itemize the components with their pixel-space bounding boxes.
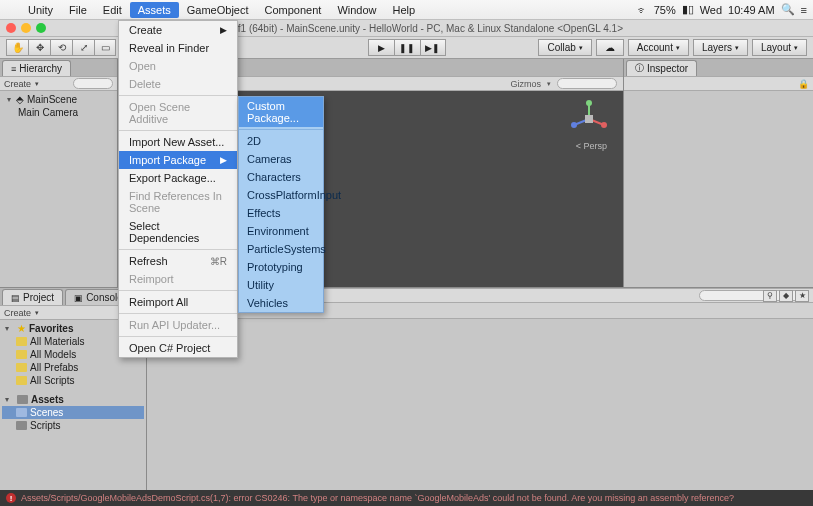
import-package-submenu: Custom Package...2DCamerasCharactersCros… [238,96,324,313]
filter-icon[interactable]: ⚲ [763,290,777,302]
menu-component[interactable]: Component [257,2,330,18]
transform-tools: ✋ ✥ ⟲ ⤢ ▭ [6,39,116,56]
svg-point-4 [601,122,607,128]
zoom-icon[interactable] [36,23,46,33]
menuitem-delete: Delete [119,75,237,93]
rotate-tool[interactable]: ⟲ [50,39,72,56]
inspector-lock-icon[interactable]: 🔒 [798,79,809,89]
move-tool[interactable]: ✥ [28,39,50,56]
menuitem-create[interactable]: Create▶ [119,21,237,39]
hierarchy-item-main-camera[interactable]: Main Camera [2,106,115,119]
hand-tool[interactable]: ✋ [6,39,28,56]
submenuitem-effects[interactable]: Effects [239,204,323,222]
hierarchy-search[interactable] [73,78,113,89]
menuitem-run-api-updater-: Run API Updater... [119,316,237,334]
assets-list[interactable]: ⬘MainScene [147,319,813,490]
error-icon: ! [6,493,16,503]
menu-help[interactable]: Help [385,2,424,18]
rect-tool[interactable]: ▭ [94,39,116,56]
assets-root[interactable]: ▾Assets [2,393,144,406]
menu-window[interactable]: Window [329,2,384,18]
menu-assets[interactable]: Assets [130,2,179,18]
submenuitem-custom-package-[interactable]: Custom Package... [239,97,323,127]
console-icon: ▣ [74,293,83,303]
layers-button[interactable]: Layers▾ [693,39,748,56]
menuitem-open: Open [119,57,237,75]
project-icon: ▤ [11,293,20,303]
hierarchy-create[interactable]: Create [4,79,31,89]
menu-file[interactable]: File [61,2,95,18]
submenuitem-crossplatforminput[interactable]: CrossPlatformInput [239,186,323,204]
menuitem-export-package-[interactable]: Export Package... [119,169,237,187]
menuitem-open-scene-additive: Open Scene Additive [119,98,237,128]
tab-project[interactable]: ▤Project [2,289,63,305]
menubar-status: ᯤ 75% ▮▯ Wed 10:49 AM 🔍 ≡ [637,3,807,16]
layout-button[interactable]: Layout▾ [752,39,807,56]
folder-scenes[interactable]: Scenes [2,406,144,419]
submenuitem-environment[interactable]: Environment [239,222,323,240]
menu-extra-icon[interactable]: ≡ [801,4,807,16]
submenuitem-utility[interactable]: Utility [239,276,323,294]
battery-percent: 75% [654,4,676,16]
spotlight-icon[interactable]: 🔍 [781,3,795,16]
minimize-icon[interactable] [21,23,31,33]
account-button[interactable]: Account▾ [628,39,689,56]
menu-gameobject[interactable]: GameObject [179,2,257,18]
wifi-icon: ᯤ [637,4,648,16]
inspector-icon: ⓘ [635,62,644,75]
window-traffic-lights[interactable] [6,23,46,33]
menuitem-reveal-in-finder[interactable]: Reveal in Finder [119,39,237,57]
inspector-body [624,91,813,287]
scale-tool[interactable]: ⤢ [72,39,94,56]
submenuitem-particlesystems[interactable]: ParticleSystems [239,240,323,258]
asset-mainscene[interactable]: ⬘MainScene [155,323,805,335]
projection-label[interactable]: < Persp [576,141,607,151]
status-bar[interactable]: ! Assets/Scripts/GoogleMobileAdsDemoScri… [0,490,813,506]
hierarchy-panel: ≡Hierarchy Create▾ ▾⬘MainScene Main Came… [0,59,118,287]
clock-day: Wed [700,4,722,16]
tab-inspector[interactable]: ⓘInspector [626,60,697,76]
fav-all-prefabs[interactable]: All Prefabs [2,361,144,374]
step-button[interactable]: ▶❚ [420,39,446,56]
menuitem-select-dependencies[interactable]: Select Dependencies [119,217,237,247]
scene-search[interactable] [557,78,617,89]
menuitem-find-references-in-scene: Find References In Scene [119,187,237,217]
pause-button[interactable]: ❚❚ [394,39,420,56]
tab-hierarchy[interactable]: ≡Hierarchy [2,60,71,76]
menuitem-reimport-all[interactable]: Reimport All [119,293,237,311]
hierarchy-tree[interactable]: ▾⬘MainScene Main Camera [0,91,117,287]
cloud-button[interactable]: ☁ [596,39,624,56]
menuitem-reimport: Reimport [119,270,237,288]
hierarchy-toolbar: Create▾ [0,76,117,91]
battery-icon: ▮▯ [682,3,694,16]
submenuitem-characters[interactable]: Characters [239,168,323,186]
menuitem-import-package[interactable]: Import Package▶ [119,151,237,169]
menuitem-open-c-project[interactable]: Open C# Project [119,339,237,357]
submenuitem-cameras[interactable]: Cameras [239,150,323,168]
toolbar-right: Collab▾ ☁ Account▾ Layers▾ Layout▾ [538,39,807,56]
macos-menubar: Unity File Edit Assets GameObject Compon… [0,0,813,20]
submenuitem-prototyping[interactable]: Prototyping [239,258,323,276]
close-icon[interactable] [6,23,16,33]
menuitem-import-new-asset-[interactable]: Import New Asset... [119,133,237,151]
play-controls: ▶ ❚❚ ▶❚ [368,39,446,56]
orientation-gizmo[interactable] [569,99,609,139]
submenuitem--d[interactable]: 2D [239,132,323,150]
scene-root[interactable]: ▾⬘MainScene [2,93,115,106]
svg-rect-6 [585,115,593,123]
menu-edit[interactable]: Edit [95,2,130,18]
submenuitem-vehicles[interactable]: Vehicles [239,294,323,312]
play-button[interactable]: ▶ [368,39,394,56]
svg-point-5 [571,122,577,128]
project-create[interactable]: Create [4,308,31,318]
collab-button[interactable]: Collab▾ [538,39,591,56]
hierarchy-icon: ≡ [11,64,16,74]
gizmos-toggle[interactable]: Gizmos [510,79,541,89]
filter-type-icon[interactable]: ◆ [779,290,793,302]
menu-unity[interactable]: Unity [20,2,61,18]
save-search-icon[interactable]: ★ [795,290,809,302]
project-content: ⚲ ◆ ★ Assets › Scenes ⬘MainScene [147,288,813,490]
fav-all-scripts[interactable]: All Scripts [2,374,144,387]
folder-scripts[interactable]: Scripts [2,419,144,432]
menuitem-refresh[interactable]: Refresh⌘R [119,252,237,270]
